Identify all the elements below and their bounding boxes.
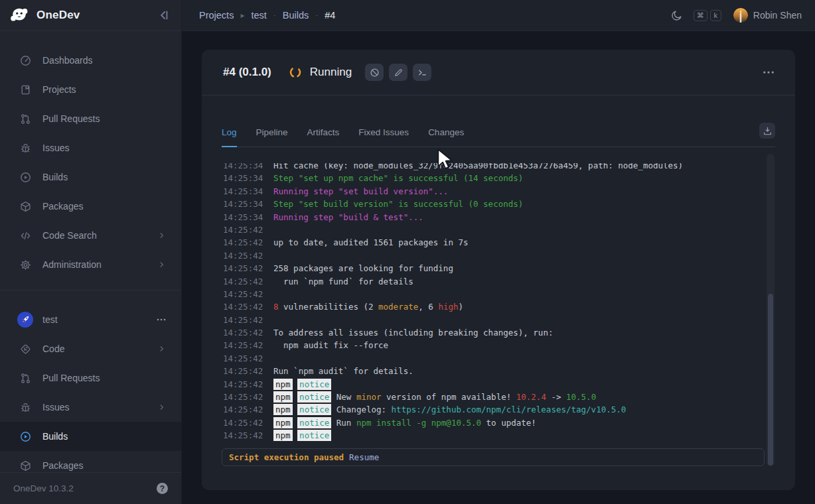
sidebar-item-pull-requests[interactable]: Pull Requests: [0, 363, 181, 393]
log-message: npm audit fix --force: [273, 339, 388, 351]
breadcrumb-item-projects[interactable]: Projects: [199, 10, 234, 21]
paused-message: Script execution paused: [229, 452, 344, 462]
sidebar-item-label: Issues: [42, 143, 69, 153]
resume-link[interactable]: Resume: [349, 452, 379, 462]
log-timestamp: 14:25:42: [223, 300, 264, 313]
play-circle-icon: [20, 431, 31, 442]
log-message: npm notice Run npm install -g npm@10.5.0…: [273, 416, 536, 429]
log-line: 14:25:42up to date, audited 1561 package…: [202, 236, 795, 249]
sidebar-item-issues[interactable]: Issues: [0, 393, 181, 422]
tab-artifacts[interactable]: Artifacts: [307, 127, 340, 147]
dark-mode-toggle-moon-icon[interactable]: [671, 9, 683, 21]
sidebar-item-label: Builds: [42, 172, 68, 182]
build-title: #4 (0.1.0): [223, 66, 271, 79]
log-line: 14:25:42To address all issues (including…: [202, 326, 795, 339]
book-icon: [20, 84, 31, 95]
sidebar-item-issues[interactable]: Issues: [0, 133, 181, 162]
package-icon: [20, 460, 31, 472]
sidebar-item-pull-requests[interactable]: Pull Requests: [0, 104, 181, 133]
sidebar-item-code-search[interactable]: Code Search: [0, 221, 181, 250]
log-line: 14:25:34Step "set up npm cache" is succe…: [202, 172, 795, 184]
project-more-icon[interactable]: [156, 314, 167, 325]
sidebar-item-label: Pull Requests: [42, 373, 100, 383]
breadcrumb-item-test[interactable]: test: [251, 10, 266, 21]
build-tabs: LogPipelineArtifactsFixed IssuesChanges: [222, 95, 775, 147]
terminal-button[interactable]: [413, 64, 431, 81]
download-log-button[interactable]: [759, 123, 775, 139]
gear-icon: [20, 259, 31, 271]
log-message: npm notice: [273, 378, 331, 391]
log-line: 14:25:42npm notice Run npm install -g np…: [202, 416, 795, 429]
log-timestamp: 14:25:42: [223, 416, 264, 429]
log-timestamp: 14:25:42: [223, 275, 264, 288]
code-branch-icon: [20, 344, 31, 355]
sidebar-item-test[interactable]: test: [0, 305, 181, 334]
log-line: 14:25:34Running step "set build version"…: [202, 185, 795, 198]
sidebar-item-projects[interactable]: Projects: [0, 75, 181, 104]
user-name[interactable]: Robin Shen: [753, 10, 802, 21]
sidebar-item-dashboards[interactable]: Dashboards: [0, 46, 181, 75]
log-message: Running step "build & test"...: [273, 211, 423, 223]
sidebar-item-label: Projects: [42, 84, 76, 95]
log-message: To address all issues (including breakin…: [273, 326, 553, 339]
sidebar-item-builds[interactable]: Builds: [0, 162, 181, 192]
sidebar-item-label: test: [42, 314, 58, 325]
log-line: 14:25:42npm notice: [202, 429, 795, 442]
log-line: 14:25:42: [202, 314, 795, 326]
breadcrumb-item-builds[interactable]: Builds: [283, 10, 309, 21]
bug-icon: [20, 143, 31, 154]
log-line: 14:25:34Step "set build version" is succ…: [202, 198, 795, 210]
log-message: Hit cache (key: node_modules_32/9fe2405a…: [273, 163, 683, 172]
sidebar-item-label: Pull Requests: [42, 113, 100, 124]
cancel-build-button[interactable]: [365, 64, 384, 81]
app-version: OneDev 10.3.2: [13, 483, 74, 493]
tab-pipeline[interactable]: Pipeline: [256, 127, 288, 147]
tab-log[interactable]: Log: [222, 127, 237, 147]
breadcrumb-separator: ·: [315, 11, 318, 20]
more-options-icon[interactable]: [762, 66, 775, 79]
project-avatar-rocket-icon: [17, 312, 33, 328]
log-timestamp: 14:25:42: [223, 352, 264, 365]
user-avatar[interactable]: [733, 8, 748, 23]
help-icon[interactable]: ?: [157, 483, 168, 494]
log-line: 14:25:42npm notice New minor version of …: [202, 391, 795, 403]
build-log-viewport: 14:25:34Hit cache (key: node_modules_32/…: [202, 163, 795, 448]
build-card: #4 (0.1.0) Running LogPipelineArtifac: [202, 50, 795, 490]
sidebar-item-packages[interactable]: Packages: [0, 192, 181, 221]
package-icon: [20, 201, 31, 212]
sidebar-item-label: Dashboards: [42, 55, 93, 66]
log-timestamp: 14:25:42: [223, 236, 264, 249]
topbar-actions: ⌘ k Robin Shen: [671, 8, 802, 23]
sidebar-item-packages[interactable]: Packages: [0, 451, 181, 472]
log-line: 14:25:42npm notice Changelog: https://gi…: [202, 403, 795, 416]
main-content: #4 (0.1.0) Running LogPipelineArtifac: [182, 31, 815, 504]
onedev-logo-icon: [9, 5, 29, 25]
log-line: 14:25:42npm notice: [202, 378, 795, 391]
gauge-icon: [20, 55, 31, 66]
tab-fixed-issues[interactable]: Fixed Issues: [358, 127, 409, 147]
log-line: 14:25:34Running step "build & test"...: [202, 211, 795, 223]
sidebar-item-code[interactable]: Code: [0, 334, 181, 363]
log-timestamp: 14:25:34: [223, 198, 264, 210]
log-timestamp: 14:25:42: [223, 223, 264, 236]
tab-changes[interactable]: Changes: [428, 127, 464, 147]
log-message: Step "set up npm cache" is successful (1…: [273, 172, 523, 184]
log-message: run `npm fund` for details: [273, 275, 413, 288]
log-message: up to date, audited 1561 packages in 7s: [273, 236, 469, 249]
sidebar-item-administration[interactable]: Administration: [0, 250, 181, 279]
sidebar-main-section: DashboardsProjectsPull RequestsIssuesBui…: [0, 46, 181, 279]
log-scrollbar-thumb[interactable]: [768, 294, 773, 466]
log-message: npm notice New minor version of npm avai…: [273, 391, 596, 403]
breadcrumb-separator: ▸: [240, 11, 244, 20]
breadcrumb-separator: ·: [273, 11, 276, 20]
sidebar-item-label: Code Search: [42, 230, 97, 241]
app-title: OneDev: [37, 9, 80, 22]
log-timestamp: 14:25:42: [223, 314, 264, 326]
build-status: Running: [310, 66, 352, 79]
log-timestamp: 14:25:34: [223, 185, 264, 198]
sidebar-item-builds[interactable]: Builds: [0, 422, 181, 451]
edit-build-button[interactable]: [389, 64, 408, 81]
sidebar-collapse-icon[interactable]: [157, 9, 171, 22]
sidebar-project-section: testCodePull RequestsIssuesBuildsPackage…: [0, 290, 181, 472]
topbar: Projects▸test·Builds·#4 ⌘ k Robin Shen: [182, 0, 815, 31]
